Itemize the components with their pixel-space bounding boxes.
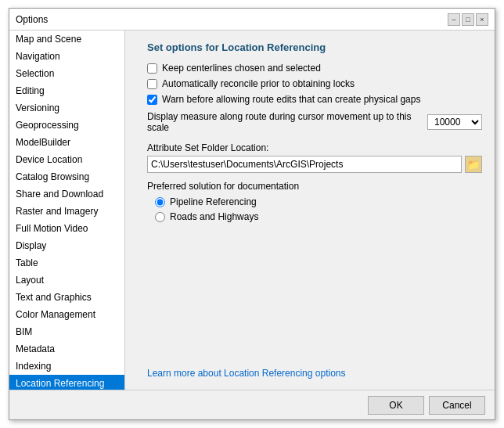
learn-more-link[interactable]: Learn more about Location Referencing op… (147, 368, 346, 379)
sidebar-item[interactable]: Raster and Imagery (9, 203, 124, 220)
dialog-footer: OK Cancel (9, 390, 495, 419)
option-row: Warn before allowing route edits that ca… (147, 94, 482, 105)
sidebar-item[interactable]: Catalog Browsing (9, 168, 124, 185)
sidebar-item[interactable]: ModelBuilder (9, 134, 124, 151)
close-button[interactable]: × (476, 13, 488, 26)
options-container: Keep centerlines chosen and selectedAuto… (147, 63, 482, 110)
title-bar: Options – □ × (9, 9, 495, 31)
radio-container: Pipeline ReferencingRoads and Highways (147, 196, 482, 226)
sidebar-item[interactable]: BIM (9, 323, 124, 340)
radio-row: Roads and Highways (155, 211, 482, 222)
minimize-button[interactable]: – (448, 13, 460, 26)
radio-label: Roads and Highways (170, 211, 258, 222)
sidebar-item[interactable]: Versioning (9, 99, 124, 117)
dialog-body: Map and SceneNavigationSelectionEditingV… (9, 31, 495, 390)
sidebar-item[interactable]: Metadata (9, 340, 124, 358)
option-checkbox[interactable] (147, 63, 157, 74)
sidebar-item[interactable]: Device Location (9, 151, 124, 168)
ok-button[interactable]: OK (368, 396, 424, 415)
restore-button[interactable]: □ (462, 13, 474, 26)
dialog-title: Options (16, 14, 48, 25)
sidebar-wrapper: Map and SceneNavigationSelectionEditingV… (9, 31, 135, 390)
sidebar-item[interactable]: Share and Download (9, 185, 124, 203)
sidebar-item[interactable]: Full Motion Video (9, 220, 124, 237)
sidebar-item[interactable]: Geoprocessing (9, 117, 124, 134)
option-label: Keep centerlines chosen and selected (162, 63, 321, 74)
scale-row: Display measure along route during curso… (147, 111, 482, 133)
scale-select[interactable]: 1000050002500050000100000 (427, 114, 482, 130)
sidebar-item[interactable]: Navigation (9, 48, 124, 65)
sidebar-item[interactable]: Layout (9, 272, 124, 289)
option-row: Keep centerlines chosen and selected (147, 63, 482, 74)
radio-button[interactable] (155, 212, 165, 222)
radio-button[interactable] (155, 197, 165, 207)
options-dialog: Options – □ × Map and SceneNavigationSel… (9, 8, 495, 420)
sidebar-item[interactable]: Color Management (9, 306, 124, 323)
sidebar-item[interactable]: Table (9, 254, 124, 272)
content-title: Set options for Location Referencing (147, 41, 482, 53)
option-row: Automatically reconcile prior to obtaini… (147, 78, 482, 89)
preferred-label: Preferred solution for documentation (147, 181, 482, 192)
path-input[interactable] (147, 156, 462, 173)
radio-row: Pipeline Referencing (155, 196, 482, 207)
sidebar-item[interactable]: Selection (9, 65, 124, 82)
option-checkbox[interactable] (147, 95, 157, 105)
cancel-button[interactable]: Cancel (429, 396, 485, 415)
option-checkbox[interactable] (147, 79, 157, 89)
scale-label: Display measure along route during curso… (147, 111, 423, 133)
folder-browse-button[interactable]: 📁 (465, 156, 482, 173)
sidebar-item[interactable]: Text and Graphics (9, 289, 124, 306)
option-label: Warn before allowing route edits that ca… (162, 94, 420, 105)
content-footer: Learn more about Location Referencing op… (147, 361, 482, 379)
option-label: Automatically reconcile prior to obtaini… (162, 78, 355, 89)
radio-label: Pipeline Referencing (170, 196, 257, 207)
sidebar: Map and SceneNavigationSelectionEditingV… (9, 31, 125, 390)
attr-folder-label: Attribute Set Folder Location: (147, 142, 482, 153)
sidebar-item[interactable]: Location Referencing (9, 375, 124, 390)
path-row: 📁 (147, 156, 482, 173)
window-controls: – □ × (448, 13, 488, 26)
sidebar-item[interactable]: Display (9, 237, 124, 254)
sidebar-item[interactable]: Indexing (9, 358, 124, 375)
content-area: Set options for Location Referencing Kee… (135, 31, 495, 390)
sidebar-item[interactable]: Editing (9, 82, 124, 99)
sidebar-item[interactable]: Map and Scene (9, 31, 124, 48)
